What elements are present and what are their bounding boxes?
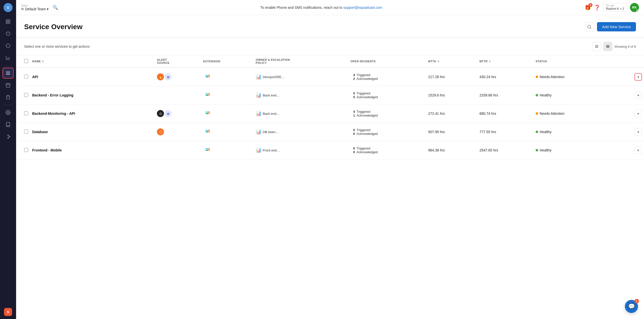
- team-name-text: Default Team: [25, 7, 46, 11]
- row-expand-button[interactable]: ▾: [634, 128, 642, 136]
- svg-rect-38: [207, 95, 208, 96]
- alert-source-group: ⊙▦: [157, 110, 199, 117]
- incident-type: Triggered: [357, 128, 370, 132]
- sidebar-item-integrations[interactable]: [3, 131, 14, 142]
- svg-rect-46: [209, 113, 210, 114]
- list-view-button[interactable]: [592, 42, 601, 51]
- sidebar-item-reports[interactable]: [3, 52, 14, 63]
- action-cell: ▾: [615, 123, 644, 141]
- select-all-checkbox[interactable]: [24, 59, 28, 63]
- service-table: NAME ⇅ ALERTSOURCE EXTENSION OWNER & ESC…: [16, 55, 644, 159]
- sidebar-item-book[interactable]: [3, 119, 14, 130]
- table-row: API 🔥▦ 📊 Devops/SRE…: [16, 68, 644, 86]
- incidents-cell: 0 Triggered 0 Acknowledged: [349, 141, 426, 159]
- detailed-view-button[interactable]: [603, 42, 612, 51]
- name-sort-icon[interactable]: ⇅: [42, 60, 44, 63]
- incident-type: Acknowledged: [357, 95, 378, 99]
- svg-rect-48: [206, 131, 207, 133]
- user-avatar[interactable]: RK: [630, 3, 639, 12]
- table-header: NAME ⇅ ALERTSOURCE EXTENSION OWNER & ESC…: [16, 55, 644, 68]
- chat-icon: 💬: [628, 303, 635, 310]
- owner-chart-icon: 📊: [256, 129, 261, 135]
- notification-banner: To enable Phone and SMS notifications, r…: [62, 6, 580, 10]
- chevron-down-icon: ▾: [47, 7, 49, 11]
- team-selector[interactable]: Team ↻ Default Team ▾: [21, 4, 49, 11]
- alert-source-group: 🔥▦: [157, 73, 199, 80]
- mttr-cell: 2339.66 hrs: [478, 86, 534, 104]
- svg-rect-58: [209, 150, 210, 151]
- alert-src-github-icon: ⊙: [157, 110, 164, 117]
- row-expand-button[interactable]: ▾: [634, 110, 642, 117]
- chat-widget[interactable]: 💬 1: [625, 300, 638, 313]
- search-button[interactable]: [585, 22, 594, 31]
- incident-type: Acknowledged: [357, 77, 378, 81]
- page-header: Service Overview Add New Service: [16, 15, 644, 38]
- svg-rect-37: [207, 93, 208, 94]
- slack-extension-icon: [203, 72, 212, 81]
- svg-rect-54: [206, 150, 207, 151]
- th-owner: OWNER & ESCALATIONPOLICY: [254, 55, 349, 68]
- svg-point-15: [8, 135, 8, 136]
- alert-src-fire-icon: 🔥: [157, 73, 164, 80]
- sidebar-item-alerts[interactable]: [3, 28, 14, 39]
- sidebar-item-dashboard[interactable]: [3, 16, 14, 27]
- user-avatar-sidebar[interactable]: U: [4, 3, 13, 12]
- svg-rect-2: [6, 22, 8, 24]
- squadcast-logo: S: [4, 308, 12, 316]
- svg-rect-45: [209, 112, 210, 113]
- row-checkbox-3[interactable]: [24, 130, 28, 134]
- owner-chart-icon: 📊: [256, 74, 261, 80]
- table-row: Database ⬡ 📊 DB team…: [16, 123, 644, 141]
- row-expand-button[interactable]: ▾: [634, 73, 642, 81]
- extension-cell: [201, 68, 254, 86]
- action-cell: ▾: [615, 141, 644, 159]
- incidents-cell: 0 Triggered 0 Acknowledged: [349, 123, 426, 141]
- row-checkbox-cell: [16, 123, 30, 141]
- row-checkbox-4[interactable]: [24, 148, 28, 152]
- incident-count: 1: [351, 114, 355, 117]
- notifications-button[interactable]: 🎁 3: [585, 5, 591, 11]
- table-controls-right: Showing 8 of 8: [592, 42, 636, 51]
- incident-count: 0: [351, 146, 355, 150]
- sidebar-item-tasks[interactable]: [3, 92, 14, 103]
- mttr-sort-icon[interactable]: ⇅: [489, 60, 491, 63]
- row-checkbox-cell: [16, 104, 30, 123]
- incidents-cell: 4 Triggered 2 Acknowledged: [349, 68, 426, 86]
- row-expand-button[interactable]: ▾: [634, 146, 642, 154]
- svg-rect-34: [209, 76, 210, 78]
- owner-cell: 📊 DB team…: [254, 123, 349, 141]
- help-button[interactable]: ❓: [594, 5, 600, 11]
- row-expand-button[interactable]: ▾: [634, 91, 642, 99]
- sidebar-item-calendar[interactable]: [3, 80, 14, 91]
- table-row: Backend-Monitoring - API ⊙▦ 📊 Back end…: [16, 104, 644, 123]
- th-actions: [615, 55, 644, 68]
- topbar-search-icon[interactable]: 🔍: [53, 5, 58, 10]
- mttr-cell: 680.74 hrs: [478, 104, 534, 123]
- incident-type: Acknowledged: [357, 114, 378, 117]
- svg-rect-53: [206, 148, 207, 149]
- incidents-cell: 4 Triggered 1 Acknowledged: [349, 104, 426, 123]
- mtta-cell: 964.38 hrs: [426, 141, 478, 159]
- sidebar-item-settings[interactable]: [3, 107, 14, 118]
- row-checkbox-2[interactable]: [24, 111, 28, 115]
- oncall-pill[interactable]: On call Rashmi K + 2: [603, 3, 627, 12]
- chat-badge: 1: [634, 299, 639, 303]
- notification-email[interactable]: support@squadcast.com: [343, 6, 382, 10]
- mtta-sort-icon[interactable]: ⇅: [437, 60, 440, 63]
- svg-point-17: [8, 138, 8, 138]
- incident-count: 0: [351, 150, 355, 154]
- owner-name: Back end…: [263, 112, 280, 116]
- svg-rect-47: [206, 130, 207, 131]
- header-actions: Add New Service: [585, 22, 636, 31]
- alert-source-cell: [155, 141, 201, 159]
- sidebar-item-services[interactable]: [3, 68, 14, 79]
- row-checkbox-1[interactable]: [24, 93, 28, 97]
- status-dot: [536, 76, 538, 78]
- add-service-button[interactable]: Add New Service: [597, 22, 636, 31]
- mttr-cell: 2547.65 hrs: [478, 141, 534, 159]
- mtta-cell: 507.95 hrs: [426, 123, 478, 141]
- row-checkbox-0[interactable]: [24, 75, 28, 79]
- sidebar-item-incidents[interactable]: [3, 40, 14, 51]
- svg-rect-56: [207, 150, 208, 151]
- status-text: Healthy: [540, 93, 551, 97]
